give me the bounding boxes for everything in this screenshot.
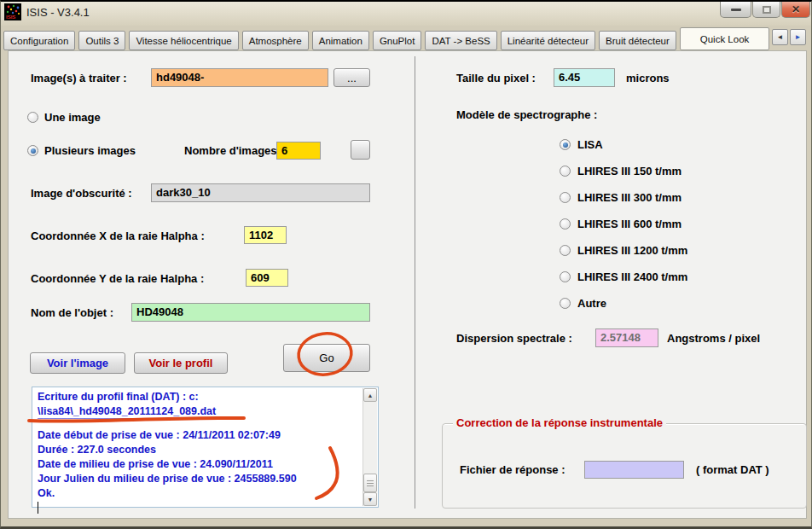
count-input[interactable]: 6: [276, 142, 321, 160]
correction-title: Correction de la réponse instrumentale: [453, 416, 666, 429]
response-file-input[interactable]: [584, 461, 684, 479]
tab-vitesse-heliocentrique[interactable]: Vitesse héliocentrique: [129, 31, 238, 50]
model-radio-lhires-300[interactable]: [560, 192, 571, 203]
log-textarea[interactable]: Ecriture du profil final (DAT) : c: \lis…: [32, 387, 379, 508]
response-file-label: Fichier de réponse :: [460, 463, 566, 476]
model-radio-lisa-label: LISA: [577, 138, 603, 151]
left-arrow-icon: ◄: [777, 33, 784, 41]
model-radio-lisa[interactable]: [560, 139, 571, 150]
dark-image-label: Image d'obscurité :: [31, 187, 132, 200]
model-radio-lhires-600[interactable]: [560, 218, 571, 230]
pixel-size-label: Taille du pixel :: [456, 72, 536, 84]
right-arrow-icon: ►: [795, 33, 802, 41]
scroll-grip-icon: [367, 480, 374, 486]
microns-label: microns: [626, 72, 670, 84]
scroll-down-button[interactable]: ▼: [363, 492, 377, 506]
radio-plusieurs-images[interactable]: [27, 145, 38, 156]
tab-scroll-left-button[interactable]: ◄: [772, 29, 788, 45]
correction-groupbox: Correction de la réponse instrumentale F…: [442, 423, 807, 509]
model-radio-lhires-2400[interactable]: [560, 271, 571, 282]
tab-atmosphere[interactable]: Atmosphère: [242, 31, 309, 50]
scroll-thumb[interactable]: [363, 474, 377, 492]
radio-une-image[interactable]: [27, 112, 38, 123]
text-cursor: [38, 502, 38, 514]
log-line: Ok.: [38, 486, 357, 501]
tab-bruit-detecteur[interactable]: Bruit détecteur: [599, 31, 676, 50]
quick-look-page: Image(s) à traiter : hd49048- ... Une im…: [8, 50, 807, 519]
pixel-size-input[interactable]: 6.45: [554, 68, 615, 87]
app-window: ISIS ISIS - V3.4.1 ✕ Configuration Outil…: [0, 0, 812, 529]
tab-dat-bess[interactable]: DAT -> BeSS: [425, 31, 496, 50]
go-button[interactable]: Go: [283, 344, 370, 372]
view-profile-button[interactable]: Voir le profil: [134, 352, 228, 374]
model-radio-lhires-150-label: LHIRES III 150 t/mm: [577, 165, 682, 177]
tab-scroll-right-button[interactable]: ►: [790, 29, 806, 45]
tab-animation[interactable]: Animation: [312, 31, 369, 50]
count-label: Nombre d'images :: [184, 144, 284, 157]
spectrograph-model-label: Modèle de spectrographe :: [456, 108, 597, 121]
browse-button[interactable]: ...: [334, 68, 370, 87]
maximize-icon: [763, 6, 771, 14]
log-line: Ecriture du profil final (DAT) : c:: [38, 390, 357, 404]
log-line: Date début de prise de vue : 24/11/2011 …: [38, 428, 357, 443]
tab-bar: Configuration Outils 3 Vitesse héliocent…: [3, 27, 769, 50]
maximize-button[interactable]: [752, 2, 780, 18]
dispersion-unit-label: Angstroms / pixel: [667, 332, 760, 345]
model-radio-lhires-150[interactable]: [560, 166, 571, 177]
app-icon: ISIS: [4, 3, 21, 20]
coord-y-input[interactable]: 609: [246, 269, 288, 287]
tab-quick-look[interactable]: Quick Look: [680, 27, 770, 50]
object-name-input[interactable]: HD49048: [131, 303, 370, 322]
log-line: Date de milieu de prise de vue : 24.090/…: [38, 457, 357, 472]
title-bar: ISIS ISIS - V3.4.1 ✕: [1, 2, 811, 26]
log-line: Durée : 227.0 secondes: [38, 443, 357, 457]
tab-outils-3[interactable]: Outils 3: [78, 31, 125, 50]
log-line: [38, 421, 357, 428]
log-line: ____________________________: [38, 407, 357, 421]
coord-x-label: Coordonnée X de la raie Halpha :: [31, 230, 205, 242]
radio-une-image-label: Une image: [44, 111, 101, 124]
model-radio-lhires-1200[interactable]: [560, 245, 571, 256]
column-divider: [415, 56, 415, 509]
object-name-label: Nom de l'objet :: [31, 306, 113, 319]
svg-text:ISIS: ISIS: [6, 15, 15, 20]
response-format-label: ( format DAT ): [696, 463, 769, 476]
model-radio-autre[interactable]: [560, 298, 571, 309]
coord-x-input[interactable]: 1102: [244, 226, 287, 244]
model-radio-lhires-2400-label: LHIRES III 2400 t/mm: [577, 270, 687, 283]
coord-y-label: Coordonnée Y de la raie Halpha :: [31, 272, 204, 285]
minimize-icon: [731, 9, 741, 11]
tab-configuration[interactable]: Configuration: [3, 31, 75, 50]
dispersion-label: Dispersion spectrale :: [456, 332, 572, 345]
scroll-up-icon: ▲: [368, 392, 374, 398]
dispersion-input[interactable]: 2.57148: [595, 328, 658, 347]
log-line: Jour Julien du milieu de prise de vue : …: [38, 472, 357, 486]
scroll-down-icon: ▼: [368, 497, 374, 503]
images-label: Image(s) à traiter :: [31, 72, 127, 84]
model-radio-lhires-300-label: LHIRES III 300 t/mm: [577, 191, 682, 204]
close-button[interactable]: ✕: [781, 2, 810, 18]
close-icon: ✕: [792, 3, 800, 15]
view-image-button[interactable]: Voir l'image: [30, 352, 125, 374]
log-scrollbar[interactable]: ▲ ▼: [362, 388, 377, 506]
model-radio-lhires-600-label: LHIRES III 600 t/mm: [577, 218, 682, 230]
radio-plusieurs-images-label: Plusieurs images: [44, 144, 136, 157]
model-radio-lhires-1200-label: LHIRES III 1200 t/mm: [577, 244, 687, 257]
minimize-button[interactable]: [720, 2, 751, 18]
scroll-up-button[interactable]: ▲: [363, 388, 377, 402]
tab-linearite-detecteur[interactable]: Linéarité détecteur: [501, 31, 595, 50]
count-adjust-button[interactable]: [351, 140, 370, 160]
tab-gnuplot[interactable]: GnuPlot: [373, 31, 422, 50]
model-radio-autre-label: Autre: [577, 297, 606, 310]
images-input[interactable]: hd49048-: [151, 68, 328, 87]
dark-image-input[interactable]: dark30_10: [151, 183, 370, 202]
window-title: ISIS - V3.4.1: [26, 6, 90, 19]
